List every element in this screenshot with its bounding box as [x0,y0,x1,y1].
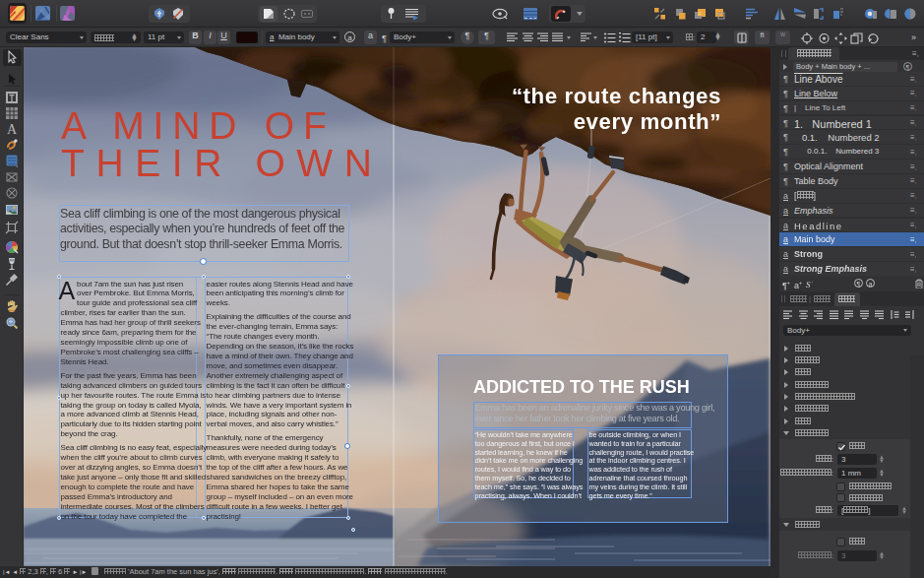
svg-text:“the route changes: “the route changes [512,84,721,108]
svg-text:THEIR OWN: THEIR OWN [61,142,384,184]
svg-text:A: A [7,122,18,136]
svg-text:A MIND OF: A MIND OF [61,104,336,147]
svg-text:every month”: every month” [574,109,721,134]
